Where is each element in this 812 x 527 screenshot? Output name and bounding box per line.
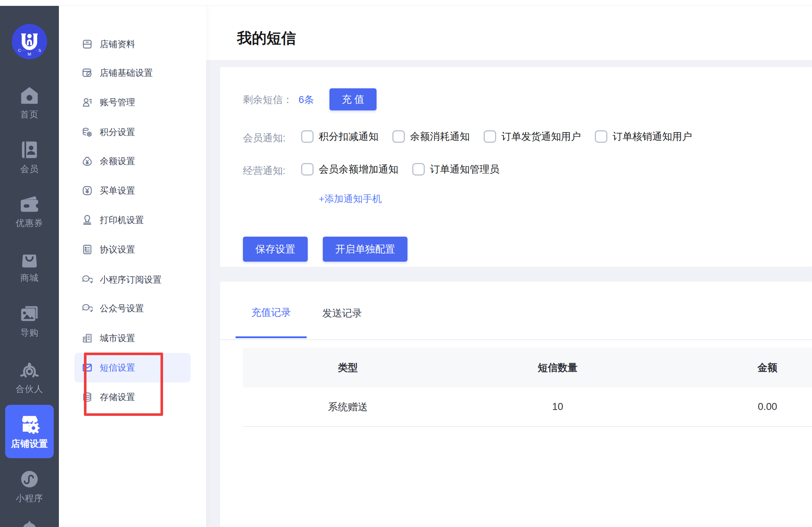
menu-item-label: 余额设置	[100, 155, 135, 167]
tab-recharge-records[interactable]: 充值记录	[236, 296, 307, 338]
top-strip	[0, 0, 812, 6]
remaining-sms-label: 剩余短信：	[243, 93, 293, 106]
sms-settings-card: 剩余短信： 6条 充 值 会员通知: 积分扣减通知 余额消耗通知 订单发货通知用…	[220, 67, 812, 267]
sidebar-item-partners[interactable]: 合伙人	[0, 360, 59, 395]
checkbox-option[interactable]: 会员余额增加通知	[301, 163, 398, 176]
open-separate-config-button[interactable]: 开启单独配置	[323, 237, 407, 262]
gear-icon	[28, 422, 40, 434]
menu-item-label: 协议设置	[100, 244, 135, 255]
recharge-records-table: 类型 短信数量 金额 系统赠送 10 0.00	[243, 348, 812, 427]
tabs-divider	[220, 339, 812, 340]
miniprogram-icon	[20, 469, 39, 489]
checkbox-balance-consume[interactable]	[392, 130, 405, 143]
menu-item-printer-settings[interactable]: 打印机设置	[59, 205, 206, 235]
checkbox-order-notify-admin[interactable]	[412, 163, 425, 176]
app-logo[interactable]: C M S	[12, 24, 47, 59]
menu-item-city-settings[interactable]: 城市设置	[59, 323, 206, 353]
save-settings-button[interactable]: 保存设置	[243, 237, 308, 262]
column-header-sms-count: 短信数量	[453, 361, 663, 374]
shop-basic-settings-icon	[82, 67, 93, 78]
records-tabs: 充值记录 发送记录	[236, 296, 378, 338]
menu-item-protocol-settings[interactable]: 协议设置	[59, 235, 206, 264]
sidebar-item-label: 优惠券	[16, 217, 43, 229]
page-title-bar: 我的短信	[206, 6, 812, 60]
add-notify-phone-link[interactable]: +添加通知手机	[319, 192, 382, 205]
menu-item-label: 店铺基础设置	[100, 67, 153, 79]
points-coins-icon	[82, 127, 93, 138]
checkbox-points-deduct[interactable]	[301, 130, 314, 143]
checkbox-order-verified[interactable]	[595, 130, 607, 143]
sidebar-item-label: 小程序	[16, 492, 43, 504]
envelope-icon	[82, 362, 93, 373]
sidebar-item-label: 商城	[20, 272, 39, 284]
pictures-icon	[20, 304, 39, 323]
checkbox-member-balance-increase[interactable]	[301, 163, 314, 176]
business-notify-label: 经营通知:	[243, 164, 286, 177]
chat-bubbles-icon	[82, 303, 93, 314]
records-card: 充值记录 发送记录 类型 短信数量 金额 系统赠送 10 0.00	[220, 282, 812, 527]
money-bag-icon	[82, 156, 93, 167]
menu-item-shop-basic-settings[interactable]: 店铺基础设置	[59, 58, 206, 88]
menu-item-label: 存储设置	[100, 391, 135, 403]
sidebar-item-label: 首页	[20, 109, 39, 120]
sidebar-item-label: 合伙人	[16, 383, 43, 395]
column-header-amount: 金额	[663, 361, 812, 374]
sidebar-item-label: 店铺设置	[11, 438, 48, 450]
checkbox-option[interactable]: 余额消耗通知	[392, 130, 470, 143]
checkbox-option[interactable]: 订单通知管理员	[412, 163, 499, 176]
sidebar-item-shop-settings[interactable]: 店铺设置	[5, 405, 54, 458]
sidebar-item-miniprogram[interactable]: 小程序	[0, 469, 59, 504]
primary-sidebar: C M S 首页 会员 优惠券 商城	[0, 6, 59, 527]
member-notify-label: 会员通知:	[243, 131, 286, 145]
menu-item-miniprogram-subscribe[interactable]: 小程序订阅设置	[59, 265, 206, 294]
menu-item-label: 店铺资料	[100, 38, 135, 50]
menu-item-sms-settings[interactable]: 短信设置	[74, 353, 191, 382]
recharge-button[interactable]: 充 值	[329, 88, 377, 110]
checkbox-option[interactable]: 积分扣减通知	[301, 130, 378, 143]
sidebar-item-coupons[interactable]: 优惠券	[0, 194, 59, 229]
svg-text:S: S	[38, 48, 41, 53]
sidebar-item-home[interactable]: 首页	[0, 85, 59, 120]
protocol-doc-icon	[82, 244, 93, 255]
sidebar-item-mall[interactable]: 商城	[0, 249, 59, 284]
secondary-sidebar: 店铺资料 店铺基础设置 账号管理	[59, 6, 206, 527]
remaining-sms-value: 6条	[299, 93, 314, 106]
sidebar-item-label: 导购	[20, 327, 39, 339]
checkbox-option[interactable]: 订单发货通知用户	[484, 130, 581, 143]
sidebar-item-label: 会员	[20, 163, 39, 175]
cell-type: 系统赠送	[243, 400, 453, 414]
menu-item-pay-settings[interactable]: 买单设置	[59, 176, 206, 205]
menu-item-label: 公众号设置	[100, 303, 144, 314]
svg-text:C: C	[18, 48, 21, 53]
checkbox-order-shipped[interactable]	[484, 130, 496, 143]
partner-knot-icon	[20, 360, 39, 380]
menu-item-label: 买单设置	[100, 185, 135, 197]
menu-item-label: 打印机设置	[100, 214, 144, 226]
database-icon	[82, 392, 93, 403]
cell-amount: 0.00	[663, 401, 812, 413]
menu-item-shop-info[interactable]: 店铺资料	[59, 29, 206, 59]
account-icon	[82, 97, 93, 108]
page-title: 我的短信	[237, 28, 296, 48]
coupon-icon	[20, 194, 39, 214]
member-card-icon	[20, 140, 39, 160]
sidebar-item-partial[interactable]	[20, 518, 39, 527]
pay-yuan-icon	[82, 185, 93, 196]
sidebar-item-members[interactable]: 会员	[0, 140, 59, 175]
menu-item-label: 积分设置	[100, 126, 135, 138]
menu-item-storage-settings[interactable]: 存储设置	[59, 382, 206, 412]
stamp-icon	[82, 215, 93, 226]
menu-item-balance-settings[interactable]: 余额设置	[59, 146, 206, 176]
city-buildings-icon	[82, 333, 93, 344]
table-row: 系统赠送 10 0.00	[243, 388, 812, 427]
sidebar-item-guide[interactable]: 导购	[0, 304, 59, 339]
menu-item-account-management[interactable]: 账号管理	[59, 88, 206, 117]
menu-item-official-account[interactable]: 公众号设置	[59, 294, 206, 323]
menu-item-label: 账号管理	[100, 96, 135, 108]
menu-item-points-settings[interactable]: 积分设置	[59, 117, 206, 147]
checkbox-option[interactable]: 订单核销通知用户	[595, 130, 692, 143]
tab-send-records[interactable]: 发送记录	[307, 296, 378, 338]
menu-item-label: 城市设置	[100, 332, 135, 344]
business-notify-options: 会员余额增加通知 订单通知管理员	[301, 157, 499, 181]
partial-icon	[20, 518, 39, 527]
